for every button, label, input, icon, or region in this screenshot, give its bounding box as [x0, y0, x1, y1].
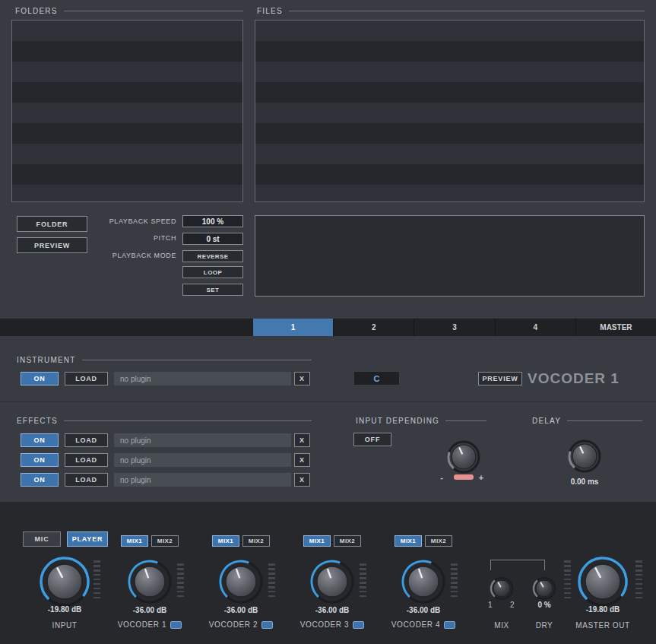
input-depending-indicator[interactable]: [454, 474, 474, 480]
vocoder-3-label-row: VOCODER 3: [285, 620, 379, 629]
vocoder-1-mix2-button[interactable]: MIX2: [151, 535, 179, 547]
mix-in2-label: 2: [507, 601, 518, 609]
instrument-header-line: [82, 360, 312, 360]
input-depending-label: INPUT DEPENDING: [356, 417, 439, 425]
effect-1-on-button[interactable]: ON: [21, 433, 59, 447]
instrument-load-button[interactable]: LOAD: [65, 372, 108, 385]
vocoder-1-gain-knob[interactable]: [126, 558, 173, 605]
effects-header-line: [64, 420, 312, 421]
delay-header-line: [567, 420, 642, 421]
tab-master[interactable]: MASTER: [575, 319, 656, 336]
vocoder-2-mix1-button[interactable]: MIX1: [212, 535, 239, 547]
id-minus-label[interactable]: -: [436, 473, 447, 482]
effect-3-load-button[interactable]: LOAD: [65, 473, 108, 487]
vocoder-4-label-row: VOCODER 4: [376, 620, 471, 629]
files-header-line: [289, 11, 645, 11]
instrument-clear-button[interactable]: X: [294, 372, 310, 385]
input-depending-header: INPUT DEPENDING: [356, 417, 486, 425]
files-section-header: FILES: [257, 7, 645, 15]
tab-4[interactable]: 4: [495, 319, 575, 336]
effect-2-plugin-field[interactable]: no plugin: [114, 453, 291, 467]
vocoder-2-route-led[interactable]: [261, 621, 273, 629]
vocoder-4-level-meter: [451, 563, 458, 600]
tab-2[interactable]: 2: [333, 319, 414, 336]
vocoder-3-mix1-button[interactable]: MIX1: [303, 535, 331, 547]
vocoder-3-route-led[interactable]: [353, 621, 364, 629]
vocoder-2-channel-label: VOCODER 2: [209, 620, 258, 629]
master-level-meter-left: [564, 560, 571, 601]
delay-knob[interactable]: [566, 437, 604, 475]
folders-list[interactable]: [11, 20, 243, 202]
mix-channel-label: MIX: [479, 621, 524, 630]
folders-section-header: FOLDERS: [15, 7, 243, 15]
input-gain-knob[interactable]: [38, 555, 91, 608]
vocoder-2-gain-knob[interactable]: [217, 558, 265, 605]
vocoder-1-label-row: VOCODER 1: [103, 620, 197, 629]
input-depending-knob[interactable]: [445, 438, 483, 476]
vocoder-1-channel-label: VOCODER 1: [118, 620, 166, 629]
key-display[interactable]: C: [353, 371, 400, 385]
instrument-on-button[interactable]: ON: [21, 372, 59, 385]
vocoder-4-mix1-button[interactable]: MIX1: [395, 535, 422, 547]
reverse-button[interactable]: REVERSE: [182, 250, 243, 262]
master-out-value: -19.80 dB: [565, 605, 641, 614]
folder-button[interactable]: FOLDER: [17, 216, 87, 232]
vocoder-3-gain-knob[interactable]: [309, 558, 356, 605]
effect-1-plugin-field[interactable]: no plugin: [114, 433, 291, 447]
vocoder-3-channel-label: VOCODER 3: [300, 620, 349, 629]
vocoder-3-gain-value: -36.00 dB: [294, 606, 370, 614]
tab-3[interactable]: 3: [414, 319, 494, 336]
preview-button[interactable]: PREVIEW: [17, 237, 87, 253]
vocoder-plugin-window: FOLDERS FILES FOLDER PREVIEW PLAYBACK SP…: [0, 0, 656, 644]
vocoder-2-gain-value: -36.00 dB: [203, 606, 279, 614]
effect-1-clear-button[interactable]: X: [294, 433, 310, 447]
vocoder-1-gain-value: -36.00 dB: [112, 606, 188, 614]
effect-2-load-button[interactable]: LOAD: [65, 453, 108, 467]
instrument-plugin-field[interactable]: no plugin: [114, 372, 291, 385]
set-button[interactable]: SET: [182, 284, 243, 296]
effect-3-plugin-field[interactable]: no plugin: [114, 473, 291, 487]
effect-1-load-button[interactable]: LOAD: [65, 433, 108, 447]
input-gain-value: -19.80 dB: [27, 605, 103, 614]
delay-value: 0.00 ms: [554, 477, 615, 486]
vocoder-4-gain-knob[interactable]: [400, 558, 447, 605]
effect-2-on-button[interactable]: ON: [21, 453, 59, 467]
input-depending-header-line: [445, 420, 486, 421]
files-list[interactable]: [255, 20, 645, 202]
vocoder-4-route-led[interactable]: [444, 621, 455, 629]
vocoder-2-mix2-button[interactable]: MIX2: [242, 535, 270, 547]
mic-button[interactable]: MIC: [23, 531, 61, 547]
mix-in1-label: 1: [485, 601, 496, 609]
id-plus-label[interactable]: +: [476, 473, 486, 482]
vocoder-4-channel-label: VOCODER 4: [391, 620, 440, 629]
input-depending-off-button[interactable]: OFF: [353, 433, 391, 446]
player-button[interactable]: PLAYER: [67, 531, 108, 547]
instrument-preview-button[interactable]: PREVIEW: [478, 372, 522, 385]
effects-section-label: EFFECTS: [17, 417, 58, 425]
vocoder-1-level-meter: [177, 563, 184, 600]
vocoder-4-mix2-button[interactable]: MIX2: [425, 535, 452, 547]
folders-header-line: [64, 11, 243, 11]
vocoder-1-mix1-button[interactable]: MIX1: [121, 535, 148, 547]
tab-1[interactable]: 1: [253, 319, 333, 336]
effect-3-on-button[interactable]: ON: [21, 473, 59, 487]
pitch-value[interactable]: 0 st: [182, 233, 243, 245]
effect-3-clear-button[interactable]: X: [294, 473, 310, 487]
vocoder-4-gain-value: -36.00 dB: [385, 606, 461, 614]
dry-knob[interactable]: [531, 575, 558, 602]
master-level-meter-right: [635, 560, 642, 601]
mix-knob[interactable]: [488, 575, 515, 602]
vocoder-3-mix2-button[interactable]: MIX2: [334, 535, 361, 547]
input-channel-label: INPUT: [27, 621, 103, 630]
effect-2-clear-button[interactable]: X: [294, 453, 310, 467]
section-divider: [0, 401, 656, 402]
playback-mode-label: PLAYBACK MODE: [84, 252, 176, 259]
waveform-display[interactable]: [255, 215, 645, 297]
master-out-channel-label: MASTER OUT: [557, 621, 648, 630]
vocoder-2-label-row: VOCODER 2: [194, 620, 288, 629]
channel-title: VOCODER 1: [528, 370, 620, 387]
playback-speed-value[interactable]: 100 %: [182, 215, 243, 227]
loop-button[interactable]: LOOP: [182, 266, 243, 278]
master-out-knob[interactable]: [576, 555, 629, 608]
vocoder-1-route-led[interactable]: [170, 621, 182, 629]
